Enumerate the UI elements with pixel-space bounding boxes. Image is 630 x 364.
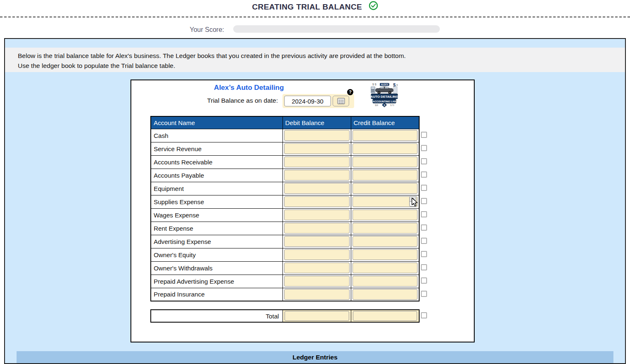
credit-input[interactable] (352, 196, 418, 207)
row-check-checkbox[interactable] (421, 238, 427, 244)
account-name-cell: Rent Expense (151, 222, 282, 235)
account-name-cell: Accounts Receivable (151, 155, 282, 169)
credit-input[interactable] (352, 157, 418, 167)
svg-text:ALEX'S: ALEX'S (381, 84, 388, 86)
row-check-checkbox[interactable] (421, 171, 427, 178)
table-row: Owner's Equity (151, 248, 419, 261)
credit-input[interactable] (352, 289, 418, 300)
table-row: Accounts Receivable (151, 155, 419, 169)
page-title: CREATING TRIAL BALANCE (252, 2, 362, 12)
date-input[interactable] (284, 96, 331, 106)
row-check-checkbox[interactable] (421, 185, 427, 191)
row-check-checkbox[interactable] (421, 277, 427, 284)
account-name-cell: Equipment (151, 182, 282, 195)
account-name-cell: Owner's Equity (151, 248, 282, 261)
svg-text:$: $ (396, 84, 398, 86)
svg-text:$28: $28 (375, 104, 378, 106)
debit-input[interactable] (284, 249, 350, 260)
table-row: Cash (151, 129, 419, 142)
debit-input[interactable] (284, 157, 350, 167)
svg-text:$: $ (384, 104, 385, 106)
table-row: Accounts Payable (151, 169, 419, 182)
business-name: Alex’s Auto Detailing (131, 84, 367, 92)
total-row: Total (151, 310, 419, 322)
date-picker-group (282, 94, 354, 108)
debit-input[interactable] (284, 263, 350, 273)
debit-input[interactable] (284, 236, 350, 247)
activity-panel: Below is the trial balance table for Ale… (4, 38, 626, 364)
row-check-checkbox[interactable] (421, 132, 427, 138)
instructions: Below is the trial balance table for Ale… (5, 48, 625, 72)
debit-input[interactable] (284, 276, 350, 287)
debit-input[interactable] (284, 130, 350, 141)
table-row: Prepaid Advertising Expense (151, 275, 419, 288)
svg-text:ACCOUNTING LAB: ACCOUNTING LAB (373, 100, 396, 103)
svg-text:$ $: $ $ (372, 83, 377, 86)
column-header-debit: Debit Balance (282, 116, 351, 129)
account-name-cell: Cash (151, 129, 282, 142)
trial-balance-body: CashService RevenueAccounts ReceivableAc… (151, 129, 419, 301)
credit-input[interactable] (352, 183, 418, 194)
account-name-cell: Prepaid Advertising Expense (151, 275, 282, 288)
account-name-cell: Wages Expense (151, 208, 282, 222)
credit-input[interactable] (352, 223, 418, 234)
completed-check-icon (369, 1, 378, 12)
table-row: Service Revenue (151, 142, 419, 155)
row-check-checkbox[interactable] (421, 158, 427, 164)
credit-input[interactable] (352, 143, 418, 154)
account-name-cell: Supplies Expense (151, 195, 282, 208)
total-credit-input[interactable] (353, 311, 418, 321)
row-check-checkbox[interactable] (421, 211, 427, 217)
debit-input[interactable] (284, 170, 350, 181)
instruction-line-2: Use the ledger book to populate the Tria… (18, 61, 617, 71)
credit-input[interactable] (352, 236, 418, 247)
mouse-cursor (411, 198, 420, 209)
score-progress-bar (233, 25, 440, 33)
help-icon[interactable]: ? (347, 89, 353, 95)
credit-input[interactable] (352, 170, 418, 181)
credit-input[interactable] (352, 249, 418, 260)
svg-text:$.70: $.70 (391, 104, 394, 106)
ledger-entries-header: Ledger Entries (17, 351, 613, 363)
column-header-credit: Credit Balance (351, 116, 419, 129)
calendar-button[interactable] (333, 96, 349, 106)
score-label: Your Score: (190, 26, 224, 34)
table-row: Equipment (151, 182, 419, 195)
row-check-checkbox[interactable] (421, 291, 427, 297)
row-check-checkbox[interactable] (421, 251, 427, 257)
row-check-checkbox[interactable] (421, 198, 427, 204)
credit-input[interactable] (352, 130, 418, 141)
row-check-checkbox[interactable] (421, 264, 427, 270)
account-name-cell: Advertising Expense (151, 235, 282, 248)
debit-input[interactable] (284, 289, 350, 300)
table-row: Supplies Expense (151, 195, 419, 208)
total-debit-input[interactable] (285, 311, 349, 321)
total-check-checkbox[interactable] (421, 312, 427, 318)
debit-input[interactable] (284, 223, 350, 234)
credit-input[interactable] (352, 210, 418, 220)
dashed-divider (0, 17, 630, 17)
account-name-cell: Owner's Withdrawals (151, 261, 282, 275)
row-check-checkbox[interactable] (421, 145, 427, 151)
debit-input[interactable] (284, 196, 350, 207)
total-label: Total (151, 310, 282, 322)
credit-input[interactable] (352, 263, 418, 273)
svg-text:AUTO DETAILING: AUTO DETAILING (370, 95, 398, 99)
account-name-cell: Prepaid Insurance (151, 288, 282, 301)
table-row: Prepaid Insurance (151, 288, 419, 301)
debit-input[interactable] (284, 143, 350, 154)
header: CREATING TRIAL BALANCE (0, 2, 630, 12)
account-name-cell: Service Revenue (151, 142, 282, 155)
table-row: Rent Expense (151, 222, 419, 235)
credit-input[interactable] (352, 276, 418, 287)
table-row: Wages Expense (151, 208, 419, 222)
company-logo: $ $ $ $ $ ALEX'S AUTO (370, 82, 399, 108)
instruction-line-1: Below is the trial balance table for Ale… (18, 51, 617, 61)
table-row: Owner's Withdrawals (151, 261, 419, 275)
page: CREATING TRIAL BALANCE Your Score: Below… (0, 0, 630, 364)
debit-input[interactable] (284, 210, 350, 220)
debit-input[interactable] (284, 183, 350, 194)
date-label: Trial Balance as on date: (131, 97, 278, 104)
row-check-checkbox[interactable] (421, 224, 427, 231)
table-header-row: Account Name Debit Balance Credit Balanc… (151, 116, 419, 129)
